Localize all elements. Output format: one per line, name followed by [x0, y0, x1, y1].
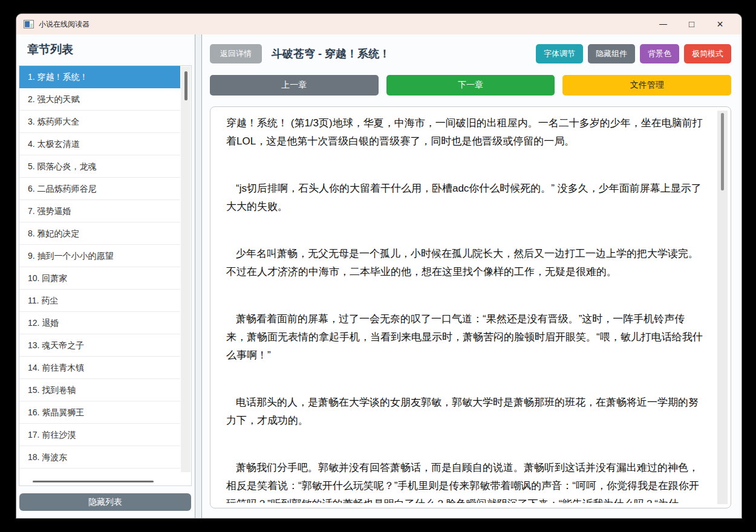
chapter-list-title: 章节列表	[27, 42, 192, 57]
hide-list-button[interactable]: 隐藏列表	[19, 493, 191, 511]
chapter-item[interactable]: 15. 找到卷轴	[19, 379, 180, 401]
chapter-list-vscrollbar[interactable]	[181, 66, 191, 472]
app-window: 小说在线阅读器 — □ × 章节列表 1. 穿越！系统！2. 强大的天赋3. 炼…	[16, 14, 741, 518]
chapter-item[interactable]: 9. 抽到一个小小的愿望	[19, 245, 180, 267]
chapter-item[interactable]: 13. 魂天帝之子	[19, 334, 180, 357]
chapter-item[interactable]: 18. 海波东	[19, 446, 180, 469]
paragraph: 电话那头的人，是萧畅在大学谈的女朋友郭敏，郭敏大学时是萧畅那班的班花，在萧畅将近…	[226, 394, 703, 430]
reader-vscrollbar-thumb[interactable]	[721, 113, 724, 190]
paragraph: 少年名叫萧畅，无父无母是一个孤儿，小时候在孤儿院长大，然后又一边打工一边上学的把…	[226, 245, 703, 281]
chapter-list-hscrollbar[interactable]	[21, 479, 179, 484]
chapter-item[interactable]: 3. 炼药师大全	[19, 111, 180, 133]
chapter-item[interactable]: 2. 强大的天赋	[19, 88, 180, 111]
chapter-item[interactable]: 12. 退婚	[19, 312, 180, 334]
paragraph: 萧畅看着面前的屏幕，过了一会无奈的叹了一口气道：“果然还是没有晋级。”这时，一阵…	[226, 310, 703, 365]
chapter-item[interactable]: 10. 回萧家	[19, 267, 180, 290]
app-icon	[24, 20, 34, 28]
close-icon[interactable]: ×	[706, 14, 734, 34]
chapter-item[interactable]: 6. 二品炼药师谷尼	[19, 178, 180, 200]
chapter-item[interactable]: 7. 强势逼婚	[19, 200, 180, 222]
chapter-item[interactable]: 8. 雅妃的决定	[19, 222, 180, 245]
chapter-list: 1. 穿越！系统！2. 强大的天赋3. 炼药师大全4. 太极玄清道5. 陨落心炎…	[19, 65, 192, 486]
reader-vscrollbar[interactable]	[717, 111, 728, 504]
paragraph: 穿越！系统！ (第1/3页)地球，华夏，中海市，一间破旧的出租屋内。一名二十多岁…	[226, 114, 703, 151]
paragraph: “js切后排啊，石头人你的大留着干什么用，卧槽adc你什么时候死的。” 没多久，…	[226, 180, 703, 216]
content-area: 章节列表 1. 穿越！系统！2. 强大的天赋3. 炼药师大全4. 太极玄清道5.…	[16, 34, 741, 518]
chapter-item[interactable]: 1. 穿越！系统！	[19, 66, 180, 88]
font-adjust-button[interactable]: 字体调节	[536, 44, 583, 63]
window-controls: — □ ×	[649, 14, 734, 34]
chapter-nav-row: 上一章 下一章 文件管理	[210, 75, 731, 96]
file-manager-button[interactable]: 文件管理	[562, 75, 731, 96]
titlebar: 小说在线阅读器 — □ ×	[16, 14, 741, 34]
reader-toolbar: 返回详情 斗破苍穹 - 穿越！系统！ 字体调节 隐藏组件 背景色 极简模式	[210, 44, 731, 63]
chapter-list-hscrollbar-thumb[interactable]	[33, 481, 154, 482]
minimize-icon[interactable]: —	[649, 14, 677, 34]
minimal-mode-button[interactable]: 极简模式	[684, 44, 731, 63]
chapter-item[interactable]: 4. 太极玄清道	[19, 133, 180, 155]
window-title: 小说在线阅读器	[39, 19, 90, 30]
chapter-item[interactable]: 16. 紫晶翼狮王	[19, 401, 180, 424]
reader-content: 穿越！系统！ (第1/3页)地球，华夏，中海市，一间破旧的出租屋内。一名二十多岁…	[226, 114, 703, 503]
maximize-icon[interactable]: □	[677, 14, 706, 34]
chapter-item[interactable]: 11. 药尘	[19, 290, 180, 312]
book-chapter-title: 斗破苍穹 - 穿越！系统！	[272, 47, 531, 61]
next-chapter-button[interactable]: 下一章	[386, 75, 555, 96]
chapter-list-vscrollbar-thumb[interactable]	[184, 71, 187, 100]
back-to-details-button[interactable]: 返回详情	[210, 44, 262, 63]
reader-textbox[interactable]: 穿越！系统！ (第1/3页)地球，华夏，中海市，一间破旧的出租屋内。一名二十多岁…	[210, 106, 731, 508]
background-color-button[interactable]: 背景色	[640, 44, 679, 63]
prev-chapter-button[interactable]: 上一章	[210, 75, 379, 96]
chapter-item[interactable]: 14. 前往青木镇	[19, 357, 180, 379]
chapter-rows: 1. 穿越！系统！2. 强大的天赋3. 炼药师大全4. 太极玄清道5. 陨落心炎…	[19, 66, 191, 469]
hide-components-button[interactable]: 隐藏组件	[588, 44, 635, 63]
chapter-item[interactable]: 17. 前往沙漠	[19, 424, 180, 446]
reader-panel: 返回详情 斗破苍穹 - 穿越！系统！ 字体调节 隐藏组件 背景色 极简模式 上一…	[201, 34, 741, 518]
chapter-item[interactable]: 5. 陨落心炎，龙魂	[19, 155, 180, 178]
paragraph: 萧畅我们分手吧。郭敏并没有回答萧畅话，而是自顾自的说道。萧畅听到这话并没有漏出难…	[226, 459, 703, 503]
chapter-sidebar: 章节列表 1. 穿越！系统！2. 强大的天赋3. 炼药师大全4. 太极玄清道5.…	[16, 34, 195, 518]
